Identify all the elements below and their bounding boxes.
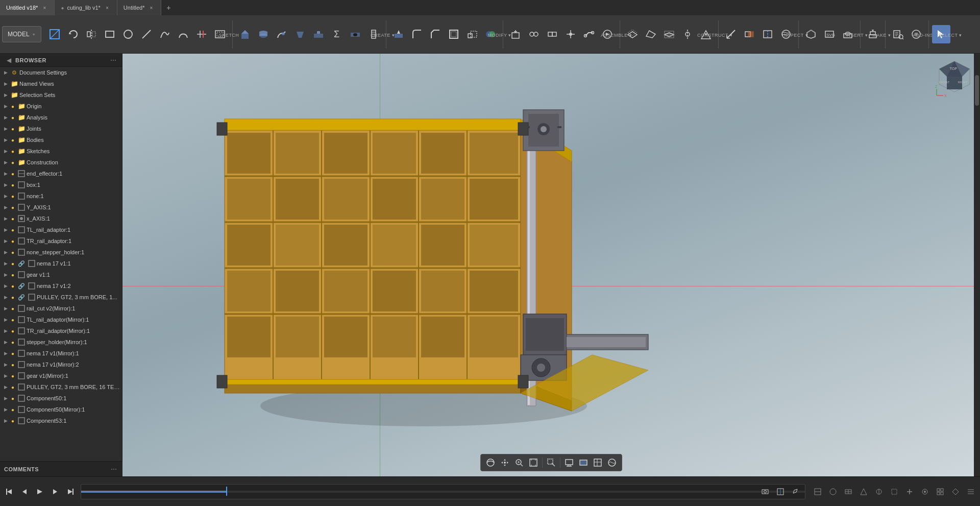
- tree-item-comp53[interactable]: ▶ ● Component53:1: [0, 415, 122, 426]
- tree-item-none1[interactable]: ▶ ● none:1: [0, 190, 122, 202]
- circle-btn[interactable]: [119, 25, 137, 43]
- expand-selection-sets[interactable]: ▶: [2, 91, 9, 99]
- visibility-nema17-m2[interactable]: ●: [9, 361, 16, 368]
- tree-item-rail-cut[interactable]: ▶ ● rail_cut v2(Mirror):1: [0, 303, 122, 314]
- expand-nema17-m2[interactable]: ▶: [2, 361, 9, 368]
- comments-expand[interactable]: ⋯: [109, 465, 118, 474]
- undo-btn[interactable]: [64, 25, 82, 43]
- fit-btn[interactable]: [527, 456, 540, 469]
- visibility-origin[interactable]: ●: [9, 103, 16, 110]
- timeline-section-btn[interactable]: [773, 485, 788, 499]
- visibility-x-axis[interactable]: ●: [9, 215, 16, 222]
- visibility-tr-adaptor-m[interactable]: ●: [9, 327, 16, 334]
- tree-item-joints[interactable]: ▶ ● 📁 Joints: [0, 123, 122, 134]
- rectangle-btn[interactable]: [101, 25, 119, 43]
- sweep-btn[interactable]: [273, 25, 291, 43]
- visibility-rail-cut[interactable]: ●: [9, 305, 16, 312]
- insert-svg-btn[interactable]: SVG: [820, 25, 839, 43]
- axis-btn[interactable]: [678, 25, 697, 43]
- expand-nema17-2[interactable]: ▶: [2, 282, 9, 290]
- tab-close-0[interactable]: ×: [41, 4, 48, 11]
- tree-item-bodies[interactable]: ▶ ● 📁 Bodies: [0, 134, 122, 146]
- timeline-end-btn[interactable]: [63, 485, 78, 499]
- rib-btn[interactable]: [309, 25, 328, 43]
- sb-tool2[interactable]: [826, 485, 840, 499]
- section-btn[interactable]: [758, 25, 777, 43]
- visibility-pulley-m[interactable]: ●: [9, 383, 16, 391]
- visibility-joints[interactable]: ●: [9, 125, 16, 132]
- timeline-track[interactable]: [81, 484, 805, 499]
- main-viewport[interactable]: TOP FRONT RIGHT X Z: [122, 54, 980, 476]
- expand-sketches[interactable]: ▶: [2, 148, 9, 155]
- expand-gear-v11[interactable]: ▶: [2, 271, 9, 278]
- zoom-window-btn[interactable]: [545, 456, 558, 469]
- visibility-nema17-m1[interactable]: ●: [9, 350, 16, 357]
- tree-item-origin[interactable]: ▶ ● 📁 Origin: [0, 101, 122, 112]
- motion-link-btn[interactable]: [580, 25, 598, 43]
- timeline-markup-btn[interactable]: [789, 485, 803, 499]
- expand-none1[interactable]: ▶: [2, 192, 9, 200]
- sum-btn[interactable]: Σ: [328, 25, 346, 43]
- expand-pulley-m[interactable]: ▶: [2, 383, 9, 391]
- right-scrollbar[interactable]: [974, 54, 980, 476]
- timeline-next-btn[interactable]: [48, 485, 62, 499]
- expand-joints[interactable]: ▶: [2, 125, 9, 132]
- tab-untitled-v18[interactable]: Untitled v18* ×: [0, 0, 55, 15]
- tree-item-gear-v11[interactable]: ▶ ● gear v1:1: [0, 269, 122, 280]
- shell-btn[interactable]: [445, 25, 463, 43]
- tree-item-pulley1[interactable]: ▶ ● 🔗 PULLEY, GT2, 3 mm BORE, 1...: [0, 292, 122, 303]
- trim-btn[interactable]: [192, 25, 211, 43]
- fillet-btn[interactable]: [408, 25, 426, 43]
- visibility-pulley1[interactable]: ●: [9, 294, 16, 301]
- visibility-analysis[interactable]: ●: [9, 114, 16, 121]
- expand-gear-m1[interactable]: ▶: [2, 372, 9, 379]
- interference-btn[interactable]: [740, 25, 758, 43]
- visibility-tl-adaptor-m[interactable]: ●: [9, 316, 16, 323]
- midplane-btn[interactable]: [660, 25, 678, 43]
- expand-doc-settings[interactable]: ▶: [2, 69, 9, 76]
- tree-item-stepper-holder-m[interactable]: ▶ ● stepper_holder(Mirror):1: [0, 336, 122, 348]
- tree-item-nema17[interactable]: ▶ ● 🔗 nema 17 v1:1: [0, 258, 122, 269]
- sb-tool8[interactable]: [918, 485, 932, 499]
- tree-item-tl-rail[interactable]: ▶ ● TL_rail_adaptor:1: [0, 224, 122, 235]
- create-sketch-btn[interactable]: [45, 25, 64, 43]
- visibility-y-axis[interactable]: ●: [9, 204, 16, 211]
- visibility-box1[interactable]: ●: [9, 181, 16, 188]
- tree-item-nema17-m1[interactable]: ▶ ● nema 17 v1(Mirror):1: [0, 348, 122, 359]
- expand-construction[interactable]: ▶: [2, 159, 9, 166]
- viewcube[interactable]: TOP FRONT RIGHT X Z: [934, 59, 975, 100]
- display-settings-btn[interactable]: [562, 456, 576, 469]
- joint-btn[interactable]: [525, 25, 543, 43]
- tree-item-tl-adaptor-m[interactable]: ▶ ● TL_rail_adaptor(Mirror):1: [0, 314, 122, 325]
- expand-tl-adaptor-m[interactable]: ▶: [2, 316, 9, 323]
- tab-cuting-lib[interactable]: ● cuting_lib v1* ×: [55, 0, 117, 15]
- expand-comp50-m[interactable]: ▶: [2, 406, 9, 413]
- sb-tool3[interactable]: [841, 485, 855, 499]
- expand-rail-cut[interactable]: ▶: [2, 305, 9, 312]
- tree-item-comp50[interactable]: ▶ ● Component50:1: [0, 393, 122, 404]
- chamfer-btn[interactable]: [426, 25, 445, 43]
- visibility-nema17[interactable]: ●: [9, 260, 16, 267]
- tree-item-selection-sets[interactable]: ▶ 📁 Selection Sets: [0, 89, 122, 101]
- expand-pulley1[interactable]: ▶: [2, 294, 9, 301]
- angle-plane-btn[interactable]: [642, 25, 660, 43]
- add-tab-button[interactable]: +: [161, 0, 176, 15]
- tree-item-comp50-m[interactable]: ▶ ● Component50(Mirror):1: [0, 404, 122, 415]
- tree-item-sketches[interactable]: ▶ ● 📁 Sketches: [0, 146, 122, 157]
- mirror-btn[interactable]: [82, 25, 101, 43]
- extrude-btn[interactable]: [236, 25, 254, 43]
- visual-style-btn[interactable]: [577, 456, 590, 469]
- tree-item-box1[interactable]: ▶ ● box:1: [0, 179, 122, 190]
- scrollbar-thumb[interactable]: [975, 75, 979, 106]
- expand-comp50[interactable]: ▶: [2, 395, 9, 402]
- visibility-comp50[interactable]: ●: [9, 395, 16, 402]
- visibility-none-stepper[interactable]: ●: [9, 249, 16, 256]
- expand-nema17-m1[interactable]: ▶: [2, 350, 9, 357]
- sb-tool6[interactable]: [887, 485, 901, 499]
- zoom-btn[interactable]: [512, 456, 526, 469]
- timeline-cursor[interactable]: [226, 487, 227, 496]
- expand-x-axis[interactable]: ▶: [2, 215, 9, 222]
- offset-plane-btn[interactable]: [623, 25, 642, 43]
- sb-tool11[interactable]: [964, 485, 978, 499]
- press-pull-btn[interactable]: [389, 25, 408, 43]
